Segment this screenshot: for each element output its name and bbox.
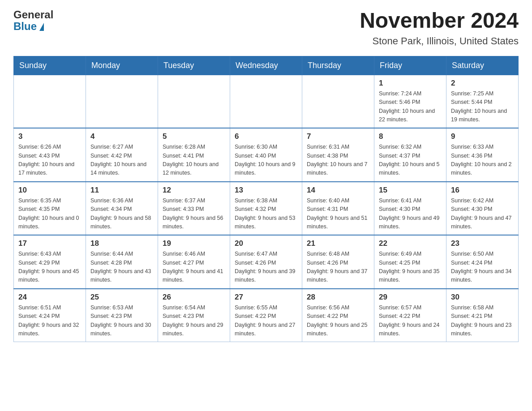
day-info: Sunrise: 6:53 AMSunset: 4:23 PMDaylight:… (90, 304, 153, 338)
calendar-cell: 30Sunrise: 6:58 AMSunset: 4:21 PMDayligh… (446, 289, 519, 342)
calendar-cell: 19Sunrise: 6:46 AMSunset: 4:27 PMDayligh… (158, 235, 230, 289)
day-info: Sunrise: 6:54 AMSunset: 4:23 PMDaylight:… (163, 304, 225, 338)
weekday-header-row: SundayMondayTuesdayWednesdayThursdayFrid… (14, 56, 519, 75)
day-number: 23 (451, 239, 514, 248)
day-number: 18 (90, 239, 153, 248)
day-number: 3 (18, 132, 81, 141)
day-info: Sunrise: 6:42 AMSunset: 4:30 PMDaylight:… (451, 197, 514, 231)
day-info: Sunrise: 6:31 AMSunset: 4:38 PMDaylight:… (307, 143, 369, 178)
calendar-cell: 3Sunrise: 6:26 AMSunset: 4:43 PMDaylight… (14, 128, 86, 182)
day-info: Sunrise: 6:36 AMSunset: 4:34 PMDaylight:… (90, 197, 153, 231)
calendar-cell: 25Sunrise: 6:53 AMSunset: 4:23 PMDayligh… (86, 289, 158, 342)
day-info: Sunrise: 6:41 AMSunset: 4:30 PMDaylight:… (379, 197, 442, 231)
calendar-cell: 24Sunrise: 6:51 AMSunset: 4:24 PMDayligh… (14, 289, 86, 342)
calendar-cell: 23Sunrise: 6:50 AMSunset: 4:24 PMDayligh… (446, 235, 519, 289)
day-number: 7 (307, 132, 369, 141)
day-number: 6 (235, 132, 297, 141)
calendar-cell: 4Sunrise: 6:27 AMSunset: 4:42 PMDaylight… (86, 128, 158, 182)
calendar-cell: 16Sunrise: 6:42 AMSunset: 4:30 PMDayligh… (446, 182, 519, 235)
day-info: Sunrise: 6:37 AMSunset: 4:33 PMDaylight:… (163, 197, 225, 231)
week-row-2: 3Sunrise: 6:26 AMSunset: 4:43 PMDaylight… (14, 128, 519, 182)
day-info: Sunrise: 6:27 AMSunset: 4:42 PMDaylight:… (90, 143, 153, 178)
day-number: 4 (90, 132, 153, 141)
logo-text2: Blue (13, 21, 37, 32)
day-info: Sunrise: 6:56 AMSunset: 4:22 PMDaylight:… (307, 304, 369, 338)
calendar-cell: 17Sunrise: 6:43 AMSunset: 4:29 PMDayligh… (14, 235, 86, 289)
day-number: 16 (451, 186, 514, 195)
day-info: Sunrise: 6:44 AMSunset: 4:28 PMDaylight:… (90, 250, 153, 285)
day-number: 10 (18, 186, 81, 195)
day-info: Sunrise: 6:51 AMSunset: 4:24 PMDaylight:… (18, 304, 81, 338)
day-info: Sunrise: 6:28 AMSunset: 4:41 PMDaylight:… (163, 143, 225, 178)
day-number: 14 (307, 186, 369, 195)
logo-text1: General (13, 9, 53, 21)
day-number: 22 (379, 239, 442, 248)
calendar-cell: 27Sunrise: 6:55 AMSunset: 4:22 PMDayligh… (230, 289, 302, 342)
calendar-cell: 15Sunrise: 6:41 AMSunset: 4:30 PMDayligh… (374, 182, 446, 235)
day-number: 28 (307, 293, 369, 302)
day-number: 26 (163, 293, 225, 302)
day-info: Sunrise: 6:57 AMSunset: 4:22 PMDaylight:… (379, 304, 442, 338)
weekday-header-monday: Monday (86, 56, 158, 75)
day-number: 19 (163, 239, 225, 248)
weekday-header-friday: Friday (374, 56, 446, 75)
calendar-cell: 10Sunrise: 6:35 AMSunset: 4:35 PMDayligh… (14, 182, 86, 235)
calendar-table: SundayMondayTuesdayWednesdayThursdayFrid… (13, 56, 519, 342)
weekday-header-wednesday: Wednesday (230, 56, 302, 75)
title-block: November 2024 Stone Park, Illinois, Unit… (360, 9, 519, 47)
day-info: Sunrise: 6:35 AMSunset: 4:35 PMDaylight:… (18, 197, 81, 231)
calendar-cell: 11Sunrise: 6:36 AMSunset: 4:34 PMDayligh… (86, 182, 158, 235)
calendar-title: November 2024 (360, 9, 519, 33)
week-row-5: 24Sunrise: 6:51 AMSunset: 4:24 PMDayligh… (14, 289, 519, 342)
day-number: 21 (307, 239, 369, 248)
calendar-cell (86, 75, 158, 128)
calendar-cell: 6Sunrise: 6:30 AMSunset: 4:40 PMDaylight… (230, 128, 302, 182)
calendar-cell: 2Sunrise: 7:25 AMSunset: 5:44 PMDaylight… (446, 75, 519, 128)
day-info: Sunrise: 6:47 AMSunset: 4:26 PMDaylight:… (235, 250, 297, 285)
week-row-3: 10Sunrise: 6:35 AMSunset: 4:35 PMDayligh… (14, 182, 519, 235)
day-number: 9 (451, 132, 514, 141)
day-number: 13 (235, 186, 297, 195)
day-info: Sunrise: 7:24 AMSunset: 5:46 PMDaylight:… (379, 90, 442, 124)
calendar-cell: 28Sunrise: 6:56 AMSunset: 4:22 PMDayligh… (302, 289, 374, 342)
weekday-header-tuesday: Tuesday (158, 56, 230, 75)
week-row-1: 1Sunrise: 7:24 AMSunset: 5:46 PMDaylight… (14, 75, 519, 128)
day-info: Sunrise: 6:32 AMSunset: 4:37 PMDaylight:… (379, 143, 442, 178)
calendar-cell: 26Sunrise: 6:54 AMSunset: 4:23 PMDayligh… (158, 289, 230, 342)
day-number: 27 (235, 293, 297, 302)
day-number: 25 (90, 293, 153, 302)
day-info: Sunrise: 6:30 AMSunset: 4:40 PMDaylight:… (235, 143, 297, 178)
weekday-header-saturday: Saturday (446, 56, 519, 75)
weekday-header-thursday: Thursday (302, 56, 374, 75)
calendar-cell (14, 75, 86, 128)
day-info: Sunrise: 6:38 AMSunset: 4:32 PMDaylight:… (235, 197, 297, 231)
day-number: 11 (90, 186, 153, 195)
day-info: Sunrise: 6:50 AMSunset: 4:24 PMDaylight:… (451, 250, 514, 285)
calendar-subtitle: Stone Park, Illinois, United States (360, 35, 519, 47)
week-row-4: 17Sunrise: 6:43 AMSunset: 4:29 PMDayligh… (14, 235, 519, 289)
calendar-cell: 22Sunrise: 6:49 AMSunset: 4:25 PMDayligh… (374, 235, 446, 289)
day-info: Sunrise: 6:48 AMSunset: 4:26 PMDaylight:… (307, 250, 369, 285)
day-info: Sunrise: 7:25 AMSunset: 5:44 PMDaylight:… (451, 90, 514, 124)
day-info: Sunrise: 6:46 AMSunset: 4:27 PMDaylight:… (163, 250, 225, 285)
day-info: Sunrise: 6:26 AMSunset: 4:43 PMDaylight:… (18, 143, 81, 178)
day-info: Sunrise: 6:55 AMSunset: 4:22 PMDaylight:… (235, 304, 297, 338)
day-info: Sunrise: 6:49 AMSunset: 4:25 PMDaylight:… (379, 250, 442, 285)
calendar-cell: 7Sunrise: 6:31 AMSunset: 4:38 PMDaylight… (302, 128, 374, 182)
calendar-cell: 20Sunrise: 6:47 AMSunset: 4:26 PMDayligh… (230, 235, 302, 289)
day-number: 20 (235, 239, 297, 248)
day-info: Sunrise: 6:40 AMSunset: 4:31 PMDaylight:… (307, 197, 369, 231)
day-number: 1 (379, 79, 442, 88)
calendar-cell: 21Sunrise: 6:48 AMSunset: 4:26 PMDayligh… (302, 235, 374, 289)
day-info: Sunrise: 6:43 AMSunset: 4:29 PMDaylight:… (18, 250, 81, 285)
day-number: 29 (379, 293, 442, 302)
day-number: 30 (451, 293, 514, 302)
calendar-cell: 14Sunrise: 6:40 AMSunset: 4:31 PMDayligh… (302, 182, 374, 235)
calendar-cell (158, 75, 230, 128)
day-number: 8 (379, 132, 442, 141)
day-number: 12 (163, 186, 225, 195)
page-header: General Blue November 2024 Stone Park, I… (13, 9, 519, 47)
calendar-cell: 5Sunrise: 6:28 AMSunset: 4:41 PMDaylight… (158, 128, 230, 182)
weekday-header-sunday: Sunday (14, 56, 86, 75)
day-info: Sunrise: 6:58 AMSunset: 4:21 PMDaylight:… (451, 304, 514, 338)
